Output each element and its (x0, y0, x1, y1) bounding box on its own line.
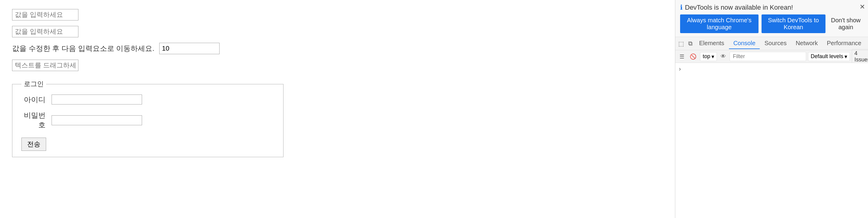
context-selector[interactable]: top ▾ (700, 52, 717, 61)
clear-console-icon[interactable]: 🚫 (688, 52, 698, 61)
edit-label: 값을 수정한 후 다음 입력요소로 이동하세요. (12, 44, 154, 53)
dont-show-button[interactable]: Don't show again (829, 17, 863, 31)
tab-elements[interactable]: Elements (695, 38, 728, 49)
id-input[interactable] (52, 95, 142, 105)
console-content: › (675, 63, 868, 218)
login-fieldset: 로그인 아이디 비밀번호 전송 (12, 79, 283, 157)
login-legend: 로그인 (22, 79, 46, 88)
edit-input-row: 값을 수정한 후 다음 입력요소로 이동하세요. (12, 43, 663, 54)
notification-close-button[interactable]: ✕ (860, 3, 865, 11)
pw-input[interactable] (52, 115, 142, 125)
select-element-icon[interactable]: ⬚ (677, 39, 686, 48)
devtools-panel: ✕ ℹ DevTools is now available in Korean!… (675, 0, 868, 218)
eye-icon[interactable]: 👁 (719, 52, 728, 61)
drag-input[interactable] (12, 60, 79, 71)
notification-text: DevTools is now available in Korean! (685, 4, 793, 11)
pw-label: 비밀번호 (22, 110, 45, 130)
tab-performance[interactable]: Performance (823, 38, 866, 49)
default-levels-label: Default levels (811, 53, 843, 60)
pw-row: 비밀번호 (22, 110, 274, 130)
info-icon: ℹ (680, 4, 683, 11)
filter-input[interactable] (730, 52, 806, 61)
more-tabs-icon[interactable]: >> (866, 39, 868, 48)
tab-console[interactable]: Console (729, 38, 760, 49)
chevron-down-icon-levels: ▾ (844, 53, 847, 60)
notification-title: ℹ DevTools is now available in Korean! (680, 4, 863, 11)
default-levels-selector[interactable]: Default levels ▾ (808, 52, 850, 61)
id-label: 아이디 (22, 95, 45, 105)
top-label: top (703, 53, 710, 60)
issues-label: 4 Issues: (855, 50, 868, 63)
match-language-button[interactable]: Always match Chrome's language (680, 14, 758, 33)
submit-button[interactable]: 전송 (22, 138, 46, 151)
input-field-2[interactable] (12, 26, 79, 37)
number-input[interactable] (159, 43, 220, 54)
sidebar-toggle-icon[interactable]: ☰ (678, 52, 686, 61)
webpage-panel: 값을 수정한 후 다음 입력요소로 이동하세요. 로그인 아이디 비밀번호 전송 (0, 0, 675, 218)
issues-count-badge[interactable]: 4 Issues: 4 (852, 49, 868, 64)
console-chevron-icon[interactable]: › (679, 65, 681, 72)
device-toggle-icon[interactable]: ⧉ (686, 39, 694, 48)
devtools-tabs-toolbar: ⬚ ⧉ Elements Console Sources Network Per… (675, 37, 868, 50)
input-field-1[interactable] (12, 9, 79, 21)
id-row: 아이디 (22, 95, 274, 105)
notification-buttons: Always match Chrome's language Switch De… (680, 14, 863, 33)
tab-network[interactable]: Network (792, 38, 822, 49)
devtools-notification: ✕ ℹ DevTools is now available in Korean!… (675, 0, 868, 37)
tab-sources[interactable]: Sources (760, 38, 791, 49)
chevron-down-icon: ▾ (711, 53, 714, 60)
console-toolbar: ☰ 🚫 top ▾ 👁 Default levels ▾ 4 Issues: 4… (675, 50, 868, 63)
switch-devtools-button[interactable]: Switch DevTools to Korean (762, 14, 826, 33)
